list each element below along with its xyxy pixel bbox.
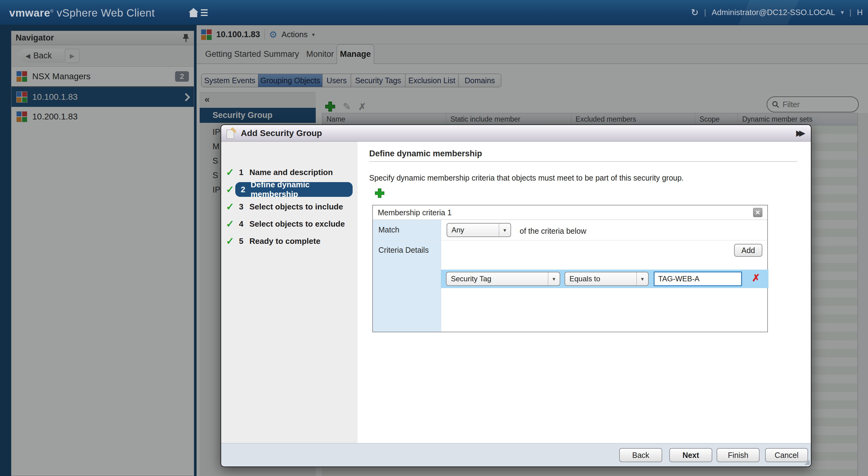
criteria-label-column xyxy=(373,220,441,332)
dialog-title: Add Security Group xyxy=(241,128,322,138)
back-button[interactable]: Back xyxy=(619,448,662,462)
criteria-details-label: Criteria Details xyxy=(378,246,429,255)
step-label: Name and description xyxy=(249,168,333,177)
step-number: 4 xyxy=(239,219,249,229)
home-button[interactable] xyxy=(188,7,210,19)
match-label: Match xyxy=(378,225,399,234)
dropdown-arrow-icon: ▼ xyxy=(499,224,510,236)
criteria-type-value: Security Tag xyxy=(446,275,548,283)
vmware-logo: vmware® vSphere Web Client xyxy=(9,7,155,19)
step-complete-check-icon: ✓ xyxy=(221,235,239,247)
step-number: 3 xyxy=(239,202,249,212)
match-suffix-text: of the criteria below xyxy=(520,227,586,235)
registered-mark: ® xyxy=(50,9,54,13)
criteria-operator-dropdown[interactable]: Equals to ▼ xyxy=(564,272,649,286)
criteria-grid: Match Any ▼ of the criteria below Criter… xyxy=(373,220,767,332)
top-bar: vmware® vSphere Web Client ↻ | Administr… xyxy=(0,0,868,25)
page-heading: Define dynamic membership xyxy=(369,149,482,158)
criteria-panel-header: Membership criteria 1 ✕ xyxy=(373,205,767,220)
topbar-divider: | xyxy=(704,8,706,17)
wizard-step-3[interactable]: ✓ 3 Select objects to include xyxy=(221,199,358,214)
delete-criteria-row-icon[interactable]: ✗ xyxy=(752,272,760,284)
criteria-row-selected[interactable]: Security Tag ▼ Equals to ▼ ✗ xyxy=(441,269,769,288)
step-complete-check-icon: ✓ xyxy=(221,201,239,213)
add-security-group-dialog-icon: ✎ xyxy=(227,128,236,139)
dropdown-arrow-icon: ▼ xyxy=(637,273,648,285)
step-complete-check-icon: ✓ xyxy=(221,218,239,230)
criteria-panel-title: Membership criteria 1 xyxy=(378,208,452,217)
user-menu[interactable]: Administrator@DC12-SSO.LOCAL xyxy=(712,8,835,17)
refresh-icon[interactable]: ↻ xyxy=(691,7,699,18)
match-dropdown-value: Any xyxy=(447,226,499,234)
add-criteria-row-button[interactable]: Add xyxy=(734,244,762,257)
close-icon: ✕ xyxy=(755,209,761,216)
dialog-title-bar[interactable]: ✎ Add Security Group ▶▶ xyxy=(221,125,811,141)
next-button[interactable]: Next xyxy=(669,448,712,462)
brand-product: vSphere Web Client xyxy=(54,7,155,19)
cancel-button[interactable]: Cancel xyxy=(765,448,808,462)
page-instruction: Specify dynamic membership criteria that… xyxy=(369,173,684,182)
criteria-value-input[interactable] xyxy=(654,272,742,286)
step-number: 2 xyxy=(241,185,251,194)
heading-divider xyxy=(369,161,797,162)
step-label: Ready to complete xyxy=(249,236,320,246)
brand-vmware: vmware xyxy=(9,7,50,19)
criteria-operator-value: Equals to xyxy=(565,275,637,283)
dialog-footer: Back Next Finish Cancel ◢ xyxy=(221,443,811,467)
active-step-highlight: 2 Define dynamic membership xyxy=(235,182,352,197)
wizard-step-4[interactable]: ✓ 4 Select objects to exclude xyxy=(221,217,358,231)
menu-icon xyxy=(201,9,208,10)
step-label: Select objects to include xyxy=(249,202,343,212)
add-security-group-dialog: ✎ Add Security Group ▶▶ ✓ 1 Name and des… xyxy=(220,124,811,467)
home-icon xyxy=(188,7,199,18)
step-complete-check-icon: ✓ xyxy=(221,166,239,178)
add-criteria-set-icon[interactable] xyxy=(375,188,384,198)
remove-criteria-panel-button[interactable]: ✕ xyxy=(753,208,762,217)
wizard-step-list: ✓ 1 Name and description ✓ 2 Define dyna… xyxy=(221,141,358,444)
wizard-step-2-active[interactable]: ✓ 2 Define dynamic membership xyxy=(221,182,358,197)
match-dropdown[interactable]: Any ▼ xyxy=(446,223,511,237)
step-number: 1 xyxy=(239,168,249,177)
wizard-step-1[interactable]: ✓ 1 Name and description xyxy=(221,165,358,180)
resize-grip-icon[interactable]: ◢ xyxy=(804,458,810,466)
membership-criteria-panel: Membership criteria 1 ✕ Match Any ▼ of t… xyxy=(372,205,768,332)
criteria-row-divider xyxy=(373,240,767,241)
user-menu-caret-icon: ▾ xyxy=(841,9,844,16)
expand-dialog-icon[interactable]: ▶▶ xyxy=(796,128,805,138)
wizard-page-content: Define dynamic membership Specify dynami… xyxy=(358,141,811,444)
dropdown-arrow-icon: ▼ xyxy=(548,273,560,285)
help-menu[interactable]: H xyxy=(857,8,864,17)
step-number: 5 xyxy=(239,236,249,246)
criteria-type-dropdown[interactable]: Security Tag ▼ xyxy=(446,272,560,286)
finish-button[interactable]: Finish xyxy=(717,448,760,462)
wizard-step-5[interactable]: ✓ 5 Ready to complete xyxy=(221,234,358,248)
topbar-divider: | xyxy=(849,8,851,17)
step-label: Define dynamic membership xyxy=(251,180,352,199)
step-label: Select objects to exclude xyxy=(249,219,345,229)
